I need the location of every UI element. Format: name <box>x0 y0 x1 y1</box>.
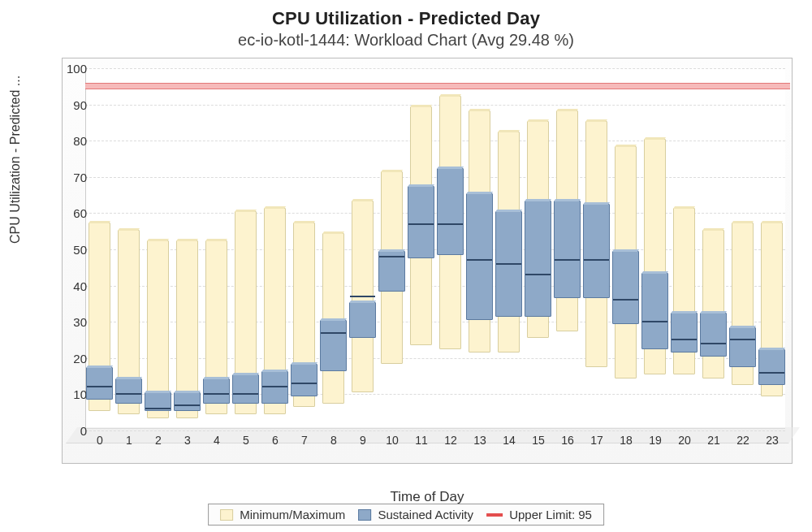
x-tick-label: 10 <box>378 434 406 447</box>
swatch-limit-icon <box>486 513 503 517</box>
x-tick-label: 16 <box>554 434 581 447</box>
y-tick-label: 0 <box>64 424 87 438</box>
sustained-bar <box>349 302 376 339</box>
hour-column: 17 <box>583 67 611 429</box>
legend-label-limit: Upper Limit: 95 <box>509 508 592 521</box>
hour-column: 13 <box>466 67 494 429</box>
sustained-median <box>350 296 375 297</box>
hour-column: 7 <box>291 67 318 429</box>
sustained-median <box>408 223 434 225</box>
swatch-minmax-icon <box>220 509 233 521</box>
swatch-sustained-icon <box>358 509 371 521</box>
hour-column: 3 <box>174 67 201 429</box>
hour-column: 14 <box>495 67 523 429</box>
sustained-bar <box>203 378 230 404</box>
x-tick-label: 21 <box>700 434 728 447</box>
hour-column: 16 <box>554 67 581 429</box>
sustained-bar <box>145 392 171 410</box>
sustained-median <box>438 223 463 225</box>
hour-column: 23 <box>758 67 786 429</box>
hour-column: 22 <box>729 67 757 429</box>
sustained-median <box>613 299 638 301</box>
x-tick-label: 8 <box>320 434 348 447</box>
hour-column: 9 <box>349 67 377 429</box>
sustained-median <box>292 383 317 384</box>
hour-column: 10 <box>378 67 406 429</box>
legend-label-minmax: Minimum/Maximum <box>240 508 345 521</box>
sustained-bar <box>495 211 522 316</box>
sustained-bar <box>612 251 639 323</box>
sustained-bar <box>174 392 201 410</box>
sustained-median <box>584 259 609 261</box>
x-tick-label: 23 <box>758 434 786 447</box>
y-tick-label: 50 <box>64 243 87 257</box>
sustained-median <box>145 408 171 409</box>
x-tick-label: 12 <box>437 434 464 447</box>
hour-column: 8 <box>320 67 348 429</box>
x-tick-label: 14 <box>495 434 523 447</box>
legend-item-minmax: Minimum/Maximum <box>220 508 345 521</box>
hour-column: 4 <box>203 67 231 429</box>
x-tick-label: 1 <box>115 434 143 447</box>
plot-area: 0102030405060708090100 01234567891011121… <box>62 58 793 464</box>
sustained-median <box>496 263 521 265</box>
sustained-bar <box>641 273 668 349</box>
y-axis-label: CPU Utilization - Predicted ... <box>8 76 23 244</box>
sustained-bar <box>758 349 785 386</box>
sustained-bar <box>437 168 464 255</box>
sustained-median <box>467 259 492 261</box>
sustained-median <box>262 386 287 387</box>
x-tick-label: 7 <box>291 434 318 447</box>
sustained-median <box>672 339 697 340</box>
sustained-median <box>175 404 200 406</box>
sustained-bar <box>700 313 727 357</box>
sustained-bar <box>261 371 288 404</box>
sustained-median <box>321 332 346 334</box>
sustained-bar <box>671 313 698 353</box>
sustained-bar <box>583 204 610 298</box>
sustained-median <box>525 274 551 275</box>
x-tick-label: 17 <box>583 434 611 447</box>
sustained-bar <box>86 367 113 400</box>
hour-column: 1 <box>115 67 143 429</box>
sustained-median <box>379 256 404 257</box>
y-tick-label: 100 <box>64 62 87 76</box>
x-tick-label: 2 <box>145 434 172 447</box>
sustained-median <box>642 321 667 322</box>
hour-column: 6 <box>261 67 289 429</box>
sustained-bar <box>466 193 493 320</box>
chart-title: CPU Utilization - Predicted Day <box>5 8 807 29</box>
x-tick-label: 20 <box>671 434 698 447</box>
x-tick-label: 19 <box>641 434 669 447</box>
sustained-bar <box>378 251 405 291</box>
sustained-median <box>730 339 755 340</box>
sustained-median <box>204 393 229 395</box>
sustained-bar <box>525 201 551 317</box>
y-tick-label: 70 <box>64 170 87 184</box>
sustained-bar <box>291 364 317 396</box>
sustained-median <box>555 259 580 261</box>
upper-limit-line <box>85 83 790 89</box>
hour-column: 11 <box>408 67 435 429</box>
x-tick-label: 13 <box>466 434 494 447</box>
y-tick-label: 60 <box>64 206 87 220</box>
x-tick-label: 18 <box>612 434 640 447</box>
y-tick-label: 80 <box>64 134 87 148</box>
hour-column: 2 <box>145 67 172 429</box>
x-tick-label: 11 <box>408 434 435 447</box>
x-axis-label: Time of Day <box>63 489 792 505</box>
sustained-median <box>701 343 726 344</box>
legend-item-limit: Upper Limit: 95 <box>486 508 592 521</box>
sustained-bar <box>554 201 581 298</box>
y-tick-label: 20 <box>64 351 87 365</box>
hour-column: 19 <box>641 67 669 429</box>
legend-item-sustained: Sustained Activity <box>358 508 473 521</box>
x-tick-label: 4 <box>203 434 231 447</box>
x-tick-label: 15 <box>525 434 552 447</box>
bars-layer: 01234567891011121314151617181920212223 <box>85 68 785 429</box>
legend-label-sustained: Sustained Activity <box>378 508 473 521</box>
hour-column: 21 <box>700 67 728 429</box>
hour-column: 12 <box>437 67 464 429</box>
hour-column: 18 <box>612 67 640 429</box>
hour-column: 20 <box>671 67 698 429</box>
